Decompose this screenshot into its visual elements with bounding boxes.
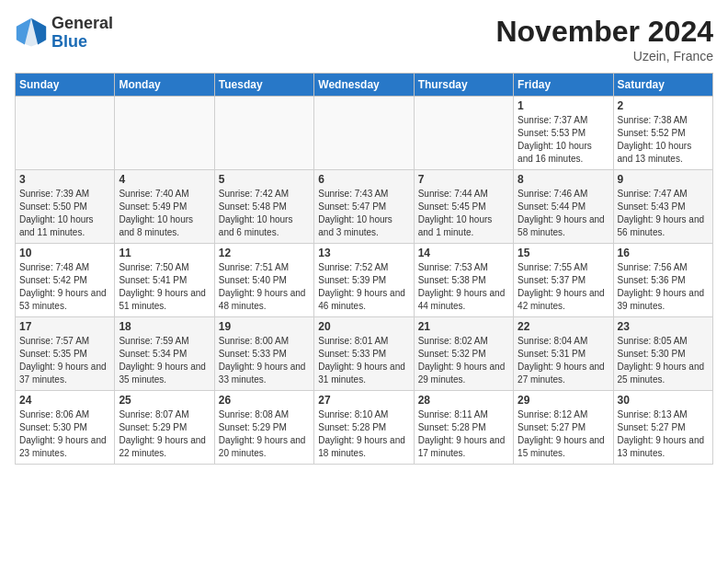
day-number: 19 <box>219 320 310 333</box>
day-info: Sunrise: 8:07 AM Sunset: 5:29 PM Dayligh… <box>119 408 210 460</box>
weekday-header-tuesday: Tuesday <box>214 74 313 97</box>
day-number: 25 <box>119 394 210 407</box>
day-info: Sunrise: 7:44 AM Sunset: 5:45 PM Dayligh… <box>418 188 509 239</box>
day-number: 28 <box>418 394 509 407</box>
calendar-cell: 19Sunrise: 8:00 AM Sunset: 5:33 PM Dayli… <box>214 317 313 391</box>
day-info: Sunrise: 8:10 AM Sunset: 5:28 PM Dayligh… <box>318 408 409 460</box>
calendar-cell: 17Sunrise: 7:57 AM Sunset: 5:35 PM Dayli… <box>16 317 115 391</box>
day-info: Sunrise: 8:13 AM Sunset: 5:27 PM Dayligh… <box>618 408 709 460</box>
calendar-cell: 23Sunrise: 8:05 AM Sunset: 5:30 PM Dayli… <box>613 317 712 391</box>
day-number: 6 <box>318 173 409 186</box>
calendar-cell: 11Sunrise: 7:50 AM Sunset: 5:41 PM Dayli… <box>115 244 214 317</box>
calendar-cell: 1Sunrise: 7:37 AM Sunset: 5:53 PM Daylig… <box>514 97 613 170</box>
calendar-cell: 25Sunrise: 8:07 AM Sunset: 5:29 PM Dayli… <box>115 391 214 465</box>
day-number: 9 <box>618 173 709 186</box>
day-info: Sunrise: 8:08 AM Sunset: 5:29 PM Dayligh… <box>219 408 310 460</box>
day-number: 12 <box>219 247 310 259</box>
day-number: 7 <box>418 173 509 186</box>
day-number: 5 <box>219 173 310 186</box>
weekday-header-wednesday: Wednesday <box>314 74 414 97</box>
day-number: 22 <box>518 320 609 333</box>
calendar-week-2: 3Sunrise: 7:39 AM Sunset: 5:50 PM Daylig… <box>16 170 713 244</box>
day-number: 11 <box>119 247 210 259</box>
day-info: Sunrise: 7:42 AM Sunset: 5:48 PM Dayligh… <box>219 188 310 239</box>
calendar-week-5: 24Sunrise: 8:06 AM Sunset: 5:30 PM Dayli… <box>16 391 713 465</box>
day-info: Sunrise: 7:51 AM Sunset: 5:40 PM Dayligh… <box>219 261 310 313</box>
weekday-header-thursday: Thursday <box>414 74 513 97</box>
day-info: Sunrise: 8:11 AM Sunset: 5:28 PM Dayligh… <box>418 408 509 460</box>
day-info: Sunrise: 8:00 AM Sunset: 5:33 PM Dayligh… <box>219 335 310 386</box>
day-info: Sunrise: 7:48 AM Sunset: 5:42 PM Dayligh… <box>19 261 110 313</box>
weekday-header-friday: Friday <box>514 74 613 97</box>
logo-icon <box>15 17 48 50</box>
calendar-cell: 13Sunrise: 7:52 AM Sunset: 5:39 PM Dayli… <box>314 244 414 317</box>
calendar-cell: 3Sunrise: 7:39 AM Sunset: 5:50 PM Daylig… <box>16 170 115 244</box>
page-container: General Blue November 2024 Uzein, France… <box>0 0 728 474</box>
calendar-week-3: 10Sunrise: 7:48 AM Sunset: 5:42 PM Dayli… <box>16 244 713 317</box>
calendar-week-1: 1Sunrise: 7:37 AM Sunset: 5:53 PM Daylig… <box>16 97 713 170</box>
calendar-cell: 24Sunrise: 8:06 AM Sunset: 5:30 PM Dayli… <box>16 391 115 465</box>
calendar-cell: 12Sunrise: 7:51 AM Sunset: 5:40 PM Dayli… <box>214 244 313 317</box>
day-info: Sunrise: 7:50 AM Sunset: 5:41 PM Dayligh… <box>119 261 210 313</box>
day-info: Sunrise: 7:46 AM Sunset: 5:44 PM Dayligh… <box>518 188 609 239</box>
calendar-cell: 26Sunrise: 8:08 AM Sunset: 5:29 PM Dayli… <box>214 391 313 465</box>
day-info: Sunrise: 7:40 AM Sunset: 5:49 PM Dayligh… <box>119 188 210 239</box>
day-info: Sunrise: 8:04 AM Sunset: 5:31 PM Dayligh… <box>518 335 609 386</box>
day-number: 16 <box>618 247 709 259</box>
calendar-cell: 29Sunrise: 8:12 AM Sunset: 5:27 PM Dayli… <box>514 391 613 465</box>
day-info: Sunrise: 7:59 AM Sunset: 5:34 PM Dayligh… <box>119 335 210 386</box>
month-title: November 2024 <box>495 15 713 49</box>
day-number: 17 <box>19 320 110 333</box>
calendar-cell <box>314 97 414 170</box>
day-info: Sunrise: 8:05 AM Sunset: 5:30 PM Dayligh… <box>618 335 709 386</box>
calendar-cell: 16Sunrise: 7:56 AM Sunset: 5:36 PM Dayli… <box>613 244 712 317</box>
calendar-cell: 6Sunrise: 7:43 AM Sunset: 5:47 PM Daylig… <box>314 170 414 244</box>
title-block: November 2024 Uzein, France <box>495 15 713 63</box>
day-info: Sunrise: 8:02 AM Sunset: 5:32 PM Dayligh… <box>418 335 509 386</box>
calendar-cell: 10Sunrise: 7:48 AM Sunset: 5:42 PM Dayli… <box>16 244 115 317</box>
calendar-cell <box>214 97 313 170</box>
day-number: 15 <box>518 247 609 259</box>
day-number: 30 <box>618 394 709 407</box>
calendar-cell: 21Sunrise: 8:02 AM Sunset: 5:32 PM Dayli… <box>414 317 513 391</box>
calendar-cell: 27Sunrise: 8:10 AM Sunset: 5:28 PM Dayli… <box>314 391 414 465</box>
calendar-cell: 20Sunrise: 8:01 AM Sunset: 5:33 PM Dayli… <box>314 317 414 391</box>
day-number: 13 <box>318 247 409 259</box>
day-number: 26 <box>219 394 310 407</box>
weekday-header-monday: Monday <box>115 74 214 97</box>
day-number: 18 <box>119 320 210 333</box>
day-number: 3 <box>19 173 110 186</box>
day-number: 1 <box>518 99 609 112</box>
logo-text: General Blue <box>51 15 113 52</box>
day-number: 2 <box>618 99 709 112</box>
calendar-cell: 22Sunrise: 8:04 AM Sunset: 5:31 PM Dayli… <box>514 317 613 391</box>
calendar-cell: 30Sunrise: 8:13 AM Sunset: 5:27 PM Dayli… <box>613 391 712 465</box>
day-info: Sunrise: 8:06 AM Sunset: 5:30 PM Dayligh… <box>19 408 110 460</box>
calendar-cell: 14Sunrise: 7:53 AM Sunset: 5:38 PM Dayli… <box>414 244 513 317</box>
day-info: Sunrise: 7:52 AM Sunset: 5:39 PM Dayligh… <box>318 261 409 313</box>
calendar-cell: 28Sunrise: 8:11 AM Sunset: 5:28 PM Dayli… <box>414 391 513 465</box>
weekday-header-saturday: Saturday <box>613 74 712 97</box>
calendar-cell: 15Sunrise: 7:55 AM Sunset: 5:37 PM Dayli… <box>514 244 613 317</box>
day-info: Sunrise: 7:55 AM Sunset: 5:37 PM Dayligh… <box>518 261 609 313</box>
calendar-week-4: 17Sunrise: 7:57 AM Sunset: 5:35 PM Dayli… <box>16 317 713 391</box>
day-info: Sunrise: 7:47 AM Sunset: 5:43 PM Dayligh… <box>618 188 709 239</box>
day-number: 24 <box>19 394 110 407</box>
weekday-header-sunday: Sunday <box>16 74 115 97</box>
day-info: Sunrise: 8:01 AM Sunset: 5:33 PM Dayligh… <box>318 335 409 386</box>
calendar-cell: 2Sunrise: 7:38 AM Sunset: 5:52 PM Daylig… <box>613 97 712 170</box>
day-number: 20 <box>318 320 409 333</box>
calendar-cell: 4Sunrise: 7:40 AM Sunset: 5:49 PM Daylig… <box>115 170 214 244</box>
day-info: Sunrise: 7:56 AM Sunset: 5:36 PM Dayligh… <box>618 261 709 313</box>
calendar-cell: 18Sunrise: 7:59 AM Sunset: 5:34 PM Dayli… <box>115 317 214 391</box>
location: Uzein, France <box>495 49 713 63</box>
day-info: Sunrise: 7:39 AM Sunset: 5:50 PM Dayligh… <box>19 188 110 239</box>
day-info: Sunrise: 8:12 AM Sunset: 5:27 PM Dayligh… <box>518 408 609 460</box>
calendar-cell <box>115 97 214 170</box>
calendar-body: 1Sunrise: 7:37 AM Sunset: 5:53 PM Daylig… <box>16 97 713 465</box>
calendar-cell: 7Sunrise: 7:44 AM Sunset: 5:45 PM Daylig… <box>414 170 513 244</box>
calendar-cell <box>16 97 115 170</box>
day-number: 14 <box>418 247 509 259</box>
calendar-cell <box>414 97 513 170</box>
calendar-cell: 9Sunrise: 7:47 AM Sunset: 5:43 PM Daylig… <box>613 170 712 244</box>
